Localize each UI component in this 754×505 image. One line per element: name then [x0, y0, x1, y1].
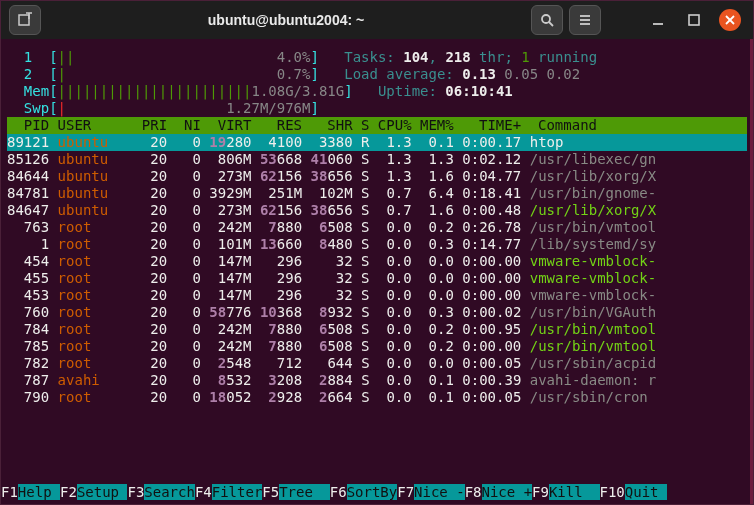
- cpu2-pct: 0.7%: [277, 66, 311, 82]
- process-list: 89121 ubuntu 20 0 19280 4100 3380 R 1.3 …: [7, 134, 747, 406]
- minimize-button[interactable]: [643, 6, 673, 34]
- svg-point-3: [542, 15, 550, 23]
- cpu1-label: 1: [24, 49, 32, 65]
- maximize-button[interactable]: [679, 6, 709, 34]
- table-row[interactable]: 784 root 20 0 242M 7880 6508 S 0.0 0.2 0…: [7, 321, 747, 338]
- function-keys: F1Help F2Setup F3SearchF4FilterF5Tree F6…: [1, 484, 753, 501]
- table-row[interactable]: 763 root 20 0 242M 7880 6508 S 0.0 0.2 0…: [7, 219, 747, 236]
- svg-line-4: [549, 22, 553, 26]
- f9-kill[interactable]: Kill: [549, 484, 600, 500]
- close-icon: [719, 9, 741, 31]
- f7-nice-minus[interactable]: Nice -: [414, 484, 465, 500]
- terminal-window: ubuntu@ubuntu2004: ~ 1 [|| 4.0%] Tasks: …: [0, 0, 754, 505]
- f6-sortby[interactable]: SortBy: [347, 484, 398, 500]
- task-count: 104: [403, 49, 428, 65]
- thread-count: 218: [445, 49, 470, 65]
- table-row[interactable]: 453 root 20 0 147M 296 32 S 0.0 0.0 0:00…: [7, 287, 747, 304]
- table-row[interactable]: 787 avahi 20 0 8532 3208 2884 S 0.0 0.1 …: [7, 372, 747, 389]
- table-row[interactable]: 85126 ubuntu 20 0 806M 53668 41060 S 1.3…: [7, 151, 747, 168]
- table-row[interactable]: 760 root 20 0 58776 10368 8932 S 0.0 0.3…: [7, 304, 747, 321]
- table-row[interactable]: 785 root 20 0 242M 7880 6508 S 0.0 0.2 0…: [7, 338, 747, 355]
- close-button[interactable]: [715, 6, 745, 34]
- search-button[interactable]: [531, 5, 563, 35]
- table-row[interactable]: 84644 ubuntu 20 0 273M 62156 38656 S 1.3…: [7, 168, 747, 185]
- table-row[interactable]: 84781 ubuntu 20 0 3929M 251M 102M S 0.7 …: [7, 185, 747, 202]
- running-count: 1: [521, 49, 529, 65]
- table-row[interactable]: 84647 ubuntu 20 0 273M 62156 38656 S 0.7…: [7, 202, 747, 219]
- table-row[interactable]: 89121 ubuntu 20 0 19280 4100 3380 R 1.3 …: [7, 134, 747, 151]
- load-rest: 0.05 0.02: [496, 66, 580, 82]
- table-row[interactable]: 1 root 20 0 101M 13660 8480 S 0.0 0.3 0:…: [7, 236, 747, 253]
- f8-nice-plus[interactable]: Nice +: [482, 484, 533, 500]
- table-row[interactable]: 790 root 20 0 18052 2928 2664 S 0.0 0.1 …: [7, 389, 747, 406]
- f2-setup[interactable]: Setup: [77, 484, 128, 500]
- table-row[interactable]: 782 root 20 0 2548 712 644 S 0.0 0.0 0:0…: [7, 355, 747, 372]
- meters: 1 [|| 4.0%] Tasks: 104, 218 thr; 1 runni…: [7, 49, 747, 117]
- cpu1-pct: 4.0%: [277, 49, 311, 65]
- new-tab-button[interactable]: [9, 5, 41, 35]
- swp-label: Swp: [24, 100, 49, 116]
- mem-value: 1.08G/3.81G: [251, 83, 344, 99]
- mem-label: Mem: [24, 83, 49, 99]
- table-row[interactable]: 455 root 20 0 147M 296 32 S 0.0 0.0 0:00…: [7, 270, 747, 287]
- svg-rect-9: [689, 15, 699, 25]
- uptime: 06:10:41: [445, 83, 512, 99]
- f5-tree[interactable]: Tree: [279, 484, 330, 500]
- f10-quit[interactable]: Quit: [625, 484, 667, 500]
- terminal-output[interactable]: 1 [|| 4.0%] Tasks: 104, 218 thr; 1 runni…: [1, 39, 753, 406]
- menu-button[interactable]: [569, 5, 601, 35]
- table-row[interactable]: 454 root 20 0 147M 296 32 S 0.0 0.0 0:00…: [7, 253, 747, 270]
- window-right-edge: [750, 39, 753, 504]
- load-1m: 0.13: [462, 66, 496, 82]
- titlebar: ubuntu@ubuntu2004: ~: [1, 1, 753, 39]
- swp-value: 1.27M/976M: [226, 100, 310, 116]
- f3-search[interactable]: Search: [144, 484, 195, 500]
- cpu2-label: 2: [24, 66, 32, 82]
- f4-filter[interactable]: Filter: [212, 484, 263, 500]
- window-title: ubuntu@ubuntu2004: ~: [47, 12, 525, 29]
- svg-rect-0: [19, 15, 29, 25]
- column-header[interactable]: PID USER PRI NI VIRT RES SHR S CPU% MEM%…: [7, 117, 747, 134]
- f1-help[interactable]: Help: [18, 484, 60, 500]
